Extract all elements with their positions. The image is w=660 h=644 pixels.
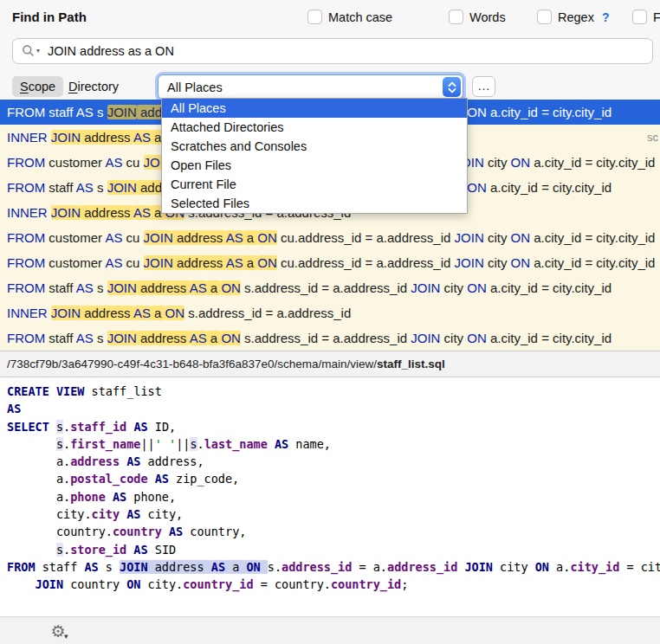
code-token: . (63, 420, 70, 434)
code-token: store_id (70, 543, 126, 557)
result-text-segment: JOIN (411, 280, 440, 295)
result-text-segment: ON (511, 255, 531, 270)
code-token (49, 384, 56, 398)
code-token (261, 560, 268, 574)
result-text-segment: FROM (7, 255, 45, 270)
code-line: JOIN country ON city.country_id = countr… (7, 576, 660, 593)
result-text-segment: FROM (7, 331, 45, 345)
match-case-label: Match case (328, 10, 392, 24)
result-text-segment: cu.address_id = a.address_id (277, 230, 455, 245)
result-text-segment: FROM (7, 180, 45, 195)
code-token: s (56, 420, 63, 434)
code-line: FROM staff AS s JOIN address AS a ON s.a… (7, 558, 660, 576)
code-token: country (113, 525, 162, 538)
tab-directory[interactable]: Directory (68, 76, 119, 97)
result-text-segment: city (440, 331, 467, 345)
result-text-segment: a.city_id = city.city_id (487, 180, 611, 195)
result-text-segment: a (243, 230, 258, 245)
code-token: AS (133, 543, 147, 557)
code-token: CREATE (7, 384, 49, 398)
code-line: AS (7, 400, 660, 417)
code-token (106, 490, 113, 504)
result-text-segment: ON (165, 306, 185, 320)
result-text-segment: ON (511, 155, 531, 170)
code-token: address_id (281, 560, 352, 574)
search-icon[interactable]: ▾ (22, 44, 40, 58)
code-token: . (63, 437, 70, 451)
dropdown-item[interactable]: Current File (162, 175, 467, 194)
code-token: AS (126, 507, 140, 521)
dialog-footer: ⚙ ▾ (0, 616, 660, 644)
regex-checkbox[interactable] (537, 10, 552, 24)
code-line: country.country AS country, (7, 523, 660, 540)
dropdown-item[interactable]: All Places (162, 99, 467, 118)
result-text-segment: address (137, 280, 190, 295)
code-token: a (225, 560, 246, 574)
code-token: SID (148, 543, 177, 557)
result-row[interactable]: FROM staff AS s JOIN address AS a ON s.a… (0, 275, 660, 300)
result-text-segment: AS (105, 255, 122, 270)
result-text-segment: address (81, 306, 133, 320)
file-mask-checkbox[interactable] (632, 10, 647, 24)
dropdown-item[interactable]: Selected Files (162, 194, 467, 213)
combobox-stepper-button[interactable] (443, 77, 461, 97)
code-token: country. (7, 525, 113, 538)
result-text-segment: address (81, 205, 133, 220)
magnifier-icon (22, 44, 36, 58)
tab-scope-label: Scope (20, 80, 55, 93)
code-token: staff_list (84, 384, 161, 398)
code-token: city (493, 560, 535, 574)
dropdown-item[interactable]: Open Files (162, 156, 467, 175)
result-text-segment: AS (226, 255, 243, 270)
code-token: || (140, 437, 154, 451)
result-text-segment: a (243, 255, 258, 270)
regex-help-icon[interactable]: ? (602, 10, 610, 24)
dropdown-item[interactable]: Attached Directories (162, 118, 467, 137)
result-text-segment: a.city_id = city.city_id (487, 105, 611, 119)
words-checkbox[interactable] (449, 10, 463, 24)
result-text-segment: s (94, 280, 107, 295)
result-row[interactable]: FROM customer AS cu JOIN address AS a ON… (0, 250, 660, 275)
result-row[interactable]: INNER JOIN address AS a ON s.address_id … (0, 300, 660, 325)
code-line: a.postal_code AS zip_code, (7, 470, 660, 487)
result-text-segment: AS (133, 130, 151, 145)
scope-combobox[interactable]: All Places (158, 74, 463, 100)
result-text-segment: JOIN (411, 331, 440, 345)
find-in-path-dialog: Find in Path Match case Words Regex ? F (0, 0, 660, 644)
result-text-segment: FROM (7, 280, 45, 295)
result-text-segment: AS (76, 180, 94, 195)
code-token: s. (268, 560, 281, 574)
result-text-segment: JOIN (455, 230, 484, 245)
code-token: first_name (70, 437, 140, 451)
code-token: city. (7, 507, 92, 521)
result-text-segment: ON (511, 230, 531, 245)
code-line: city.city AS city, (7, 506, 660, 523)
code-token: address, (140, 454, 204, 468)
result-text-segment: staff (45, 331, 76, 345)
result-text-segment: city (484, 155, 511, 170)
code-token: VIEW (56, 384, 85, 398)
result-row[interactable]: FROM staff AS s JOIN address AS a ON s.a… (0, 325, 660, 351)
result-text-segment: customer (45, 230, 105, 245)
result-text-segment: ON (221, 331, 241, 345)
code-line: s.store_id AS SID (7, 541, 660, 558)
result-text-segment: s.address_id = a.address_id (241, 331, 411, 345)
browse-scopes-button[interactable]: … (472, 76, 495, 97)
result-text-segment: a.city_id = city.city_id (530, 155, 655, 170)
scope-dropdown-list: All PlacesAttached DirectoriesScratches … (161, 98, 468, 214)
result-text-segment: cu (122, 155, 143, 170)
match-case-checkbox[interactable] (307, 10, 322, 24)
result-text-segment: JOIN (51, 306, 81, 320)
dialog-header: Find in Path Match case Words Regex ? F (0, 0, 660, 100)
code-token: = country. (254, 577, 331, 591)
code-token: city (92, 507, 120, 521)
tab-scope[interactable]: Scope (12, 76, 63, 97)
code-preview[interactable]: CREATE VIEW staff_listASSELECT s.staff_i… (0, 377, 660, 616)
code-token: AS (113, 490, 126, 504)
result-text-segment: JOIN (51, 130, 81, 145)
code-token: ON (535, 560, 549, 574)
dropdown-item[interactable]: Scratches and Consoles (162, 137, 467, 156)
result-row[interactable]: FROM customer AS cu JOIN address AS a ON… (0, 225, 660, 250)
search-input[interactable]: ▾ JOIN address as a ON (12, 38, 653, 64)
code-token: phone (70, 490, 106, 504)
